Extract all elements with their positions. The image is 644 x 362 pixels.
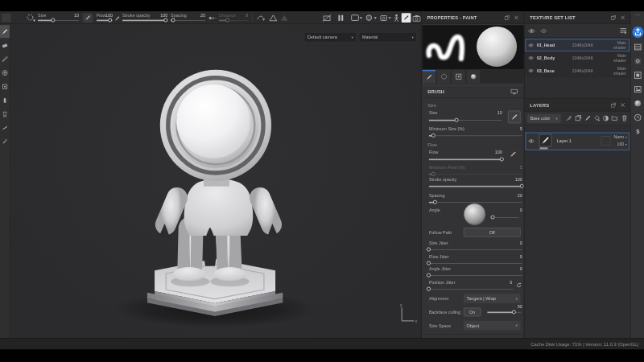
backface-toggle[interactable]: On xyxy=(464,308,481,317)
flow-row-slider[interactable] xyxy=(429,157,502,162)
size-space-select[interactable]: Object▾ xyxy=(464,321,521,331)
angle-jitter-slider[interactable] xyxy=(429,273,522,278)
angle-slider[interactable] xyxy=(490,215,518,220)
size-row-slider[interactable] xyxy=(429,117,502,123)
lazy-mouse-icon[interactable] xyxy=(256,14,266,23)
pause-engine-icon[interactable] xyxy=(337,14,344,23)
size-jitter-slider[interactable] xyxy=(429,247,522,253)
add-smart-material-icon[interactable] xyxy=(602,115,609,123)
add-mask-icon[interactable] xyxy=(575,115,581,123)
tab-stencil[interactable] xyxy=(452,70,465,83)
backface-slider[interactable] xyxy=(487,310,521,315)
stroke-opacity-row-slider[interactable] xyxy=(429,183,522,189)
layer-name[interactable]: Layer 1 xyxy=(557,138,572,143)
flow-pressure-icon[interactable] xyxy=(114,16,120,23)
layers-header[interactable]: LAYERS xyxy=(525,99,630,112)
close-icon[interactable] xyxy=(621,103,625,107)
layer-thumbnail[interactable] xyxy=(539,134,552,147)
add-paint-layer-icon[interactable] xyxy=(584,115,591,123)
paint-tool[interactable] xyxy=(0,25,10,38)
tab-material[interactable] xyxy=(467,70,481,83)
channel-select[interactable]: Base color▾ xyxy=(527,114,561,123)
layer-row[interactable]: Layer 1 Norm ▾ 100 ▾ xyxy=(526,133,630,150)
texture-set-row-body[interactable]: 02_Body 2048x2048 Main shader xyxy=(526,51,630,64)
opacity-select[interactable]: 100 ▾ xyxy=(617,142,627,146)
close-icon[interactable] xyxy=(514,15,518,19)
pose-icon[interactable] xyxy=(393,14,399,24)
position-jitter-seed-icon[interactable] xyxy=(516,282,522,290)
camera-select[interactable]: Default camera▾ xyxy=(304,32,357,43)
brush-section-header[interactable]: BRUSH xyxy=(422,85,524,98)
stencil-visibility-icon[interactable] xyxy=(322,14,332,24)
share-button[interactable] xyxy=(631,26,644,39)
angle-trackball[interactable] xyxy=(464,204,485,224)
viewport-3d[interactable]: Default camera▾ Material▾ y x xyxy=(10,24,421,338)
min-flow-slider[interactable] xyxy=(429,171,522,177)
history-icon[interactable] xyxy=(631,111,644,125)
resources-icon[interactable]: $ xyxy=(631,125,644,138)
eye-outline-icon[interactable] xyxy=(540,28,547,35)
follow-path-toggle[interactable]: Off xyxy=(464,228,521,237)
shading-select[interactable]: Material▾ xyxy=(359,32,417,43)
viewer-settings-icon[interactable] xyxy=(631,97,644,110)
layer-progress xyxy=(539,147,547,149)
projection-tool[interactable] xyxy=(0,52,10,65)
delete-layer-icon[interactable] xyxy=(621,115,628,123)
size-jitter-label: Size Jitter xyxy=(429,241,448,245)
texture-set-row-base[interactable]: 03_Base 2048x2048 Main shader xyxy=(526,64,630,77)
smudge-tool[interactable] xyxy=(0,80,10,93)
popout-icon[interactable] xyxy=(611,102,616,107)
tab-brush[interactable] xyxy=(423,70,436,83)
smear-tool[interactable] xyxy=(0,121,10,134)
blend-mode-select[interactable]: Norm ▾ xyxy=(613,134,626,139)
popout-icon[interactable] xyxy=(505,15,510,20)
spacing-slider[interactable] xyxy=(171,18,205,23)
list-options-icon[interactable] xyxy=(620,27,627,35)
stamp-tool[interactable] xyxy=(0,108,10,121)
eye-icon[interactable] xyxy=(526,56,537,60)
add-fill-layer-icon[interactable] xyxy=(594,115,601,123)
add-folder-icon[interactable] xyxy=(611,115,617,123)
drag-handle[interactable] xyxy=(2,14,11,23)
distance-slider[interactable] xyxy=(219,18,248,23)
layer-visibility-icon[interactable] xyxy=(528,138,535,145)
symmetry-icon[interactable] xyxy=(269,14,277,23)
stencil-lasso-icon[interactable] xyxy=(26,14,36,24)
flow-slider[interactable] xyxy=(97,18,113,23)
texture-set-header[interactable]: TEXTURE SET LIST xyxy=(525,11,630,24)
symmetry-radial-icon[interactable] xyxy=(280,14,288,23)
polygon-fill-tool[interactable] xyxy=(0,67,10,80)
add-effect-icon[interactable] xyxy=(566,115,572,123)
brush-preset-button[interactable] xyxy=(83,13,93,23)
shader-settings-icon[interactable] xyxy=(631,68,644,82)
snapshot-camera-icon[interactable] xyxy=(413,14,421,23)
tab-alpha[interactable] xyxy=(437,70,451,83)
position-jitter-slider[interactable] xyxy=(429,286,514,292)
eye-icon[interactable] xyxy=(526,43,537,47)
viewport-mode-icon[interactable] xyxy=(351,14,362,23)
flow-pressure-button[interactable] xyxy=(510,151,517,159)
clone-tool[interactable] xyxy=(0,94,10,107)
min-size-slider[interactable] xyxy=(429,133,522,138)
texture-set-row-head[interactable]: 01_Head 2048x2048 Main shader xyxy=(526,39,630,51)
eye-icon[interactable] xyxy=(526,68,537,73)
camera-mode-icon[interactable] xyxy=(380,14,391,23)
falloff-icon[interactable] xyxy=(208,15,217,22)
eye-icon[interactable] xyxy=(528,28,535,35)
stroke-opacity-slider[interactable] xyxy=(122,18,167,23)
display-settings-icon[interactable] xyxy=(631,55,644,68)
size-slider[interactable] xyxy=(38,18,79,23)
flow-jitter-slider[interactable] xyxy=(429,261,522,266)
magic-wand-tool[interactable] xyxy=(0,135,10,148)
environment-icon[interactable] xyxy=(365,14,377,23)
texture-settings-icon[interactable] xyxy=(631,83,644,97)
eraser-tool[interactable] xyxy=(0,39,10,51)
properties-header[interactable]: PROPERTIES - PAINT xyxy=(422,11,524,24)
shelf-icon[interactable] xyxy=(631,40,644,54)
close-icon[interactable] xyxy=(621,15,625,19)
paint-tool-active-button[interactable] xyxy=(402,13,411,23)
alignment-select[interactable]: Tangent | Wrap▾ xyxy=(464,294,521,303)
preview-toggle-icon[interactable] xyxy=(510,88,518,95)
popout-icon[interactable] xyxy=(611,15,616,20)
size-pressure-button[interactable] xyxy=(508,111,521,124)
